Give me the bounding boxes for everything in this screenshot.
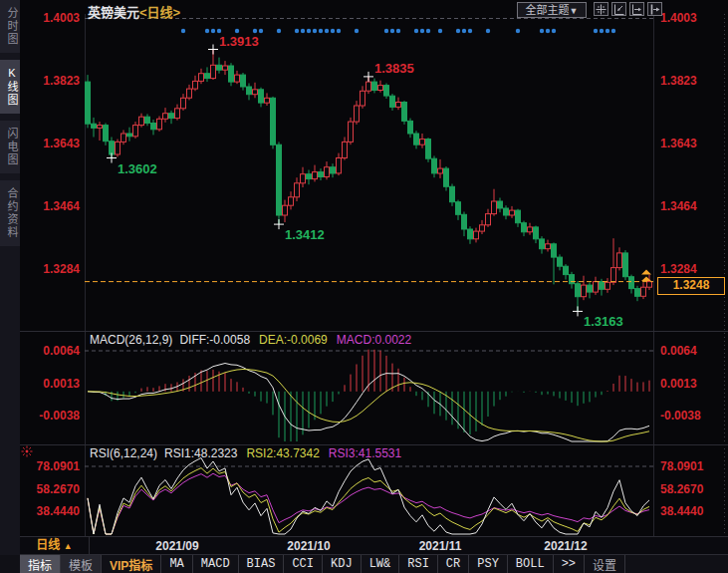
price-axis-label-left: 1.3284 bbox=[18, 262, 80, 276]
candle-body bbox=[229, 66, 234, 82]
price-axis-label-right: 1.4003 bbox=[660, 11, 726, 25]
signal-dot bbox=[552, 29, 556, 33]
rsi-axis-label-left: 58.2670 bbox=[18, 482, 80, 496]
rsi-axis-label-left: 38.4440 bbox=[18, 504, 80, 518]
zoom-x-axis-icon[interactable] bbox=[629, 2, 644, 16]
candle-body bbox=[343, 142, 348, 157]
theme-dropdown[interactable]: 全部主题▼ bbox=[517, 2, 587, 18]
signal-dot bbox=[540, 29, 544, 33]
arrow-up-icon bbox=[641, 270, 651, 275]
signal-dot bbox=[325, 29, 329, 33]
triangle-up-icon: ▲ bbox=[64, 541, 73, 551]
symbol-name: 英镑美元 bbox=[88, 5, 139, 20]
candle-body bbox=[98, 126, 103, 129]
toolbar-item-vip-indicator[interactable]: VIP指标 bbox=[102, 555, 161, 573]
signal-dot bbox=[355, 29, 359, 33]
sidebar-item-contract-info[interactable]: 合约资料 bbox=[0, 180, 20, 246]
chart-canvas[interactable]: 1.39131.38351.36021.34121.3163 bbox=[0, 0, 728, 573]
toolbar-item-indicator[interactable]: 指标 bbox=[20, 555, 61, 573]
sidebar-item-flash[interactable]: 闪电图 bbox=[0, 121, 20, 173]
signal-dot bbox=[420, 29, 424, 33]
toolbar-item-lw[interactable]: LW& bbox=[362, 555, 400, 573]
candle-body bbox=[104, 126, 109, 142]
macd-dea-value: DEA:-0.0069 bbox=[259, 333, 328, 347]
toolbar-item-macd[interactable]: MACD bbox=[193, 555, 239, 573]
candle-body bbox=[283, 205, 288, 215]
toolbar-item-kdj[interactable]: KDJ bbox=[323, 555, 362, 573]
candle-body bbox=[187, 89, 192, 98]
macd-diff-value: DIFF:-0.0058 bbox=[179, 333, 250, 347]
candle-body bbox=[450, 186, 455, 201]
crosshair-icon[interactable] bbox=[594, 2, 608, 16]
macd-axis-label-right: 0.0013 bbox=[660, 377, 726, 391]
candle-body bbox=[635, 289, 640, 297]
candle-body bbox=[127, 134, 132, 137]
candle-body bbox=[277, 144, 282, 215]
candle-body bbox=[623, 253, 628, 277]
rsi2-line bbox=[88, 468, 649, 534]
zoom-y-axis-icon[interactable] bbox=[611, 2, 626, 16]
candle-body bbox=[402, 103, 407, 122]
macd-title: MACD(26,12,9) bbox=[90, 333, 172, 347]
signal-dot bbox=[384, 29, 388, 33]
signal-dot bbox=[546, 29, 550, 33]
price-axis-label-right: 1.3823 bbox=[660, 74, 726, 88]
candle-body bbox=[468, 229, 473, 239]
candle-body bbox=[241, 75, 246, 87]
signal-dot bbox=[611, 29, 615, 33]
candle-body bbox=[361, 91, 365, 106]
price-axis-label-right: 1.3284 bbox=[660, 262, 726, 276]
candle-body bbox=[396, 103, 401, 108]
toolbar-item-more[interactable]: >> bbox=[554, 555, 585, 573]
candle-body bbox=[390, 96, 395, 107]
candle-body bbox=[546, 244, 551, 249]
toolbar-item-psy[interactable]: PSY bbox=[469, 555, 508, 573]
candle-body bbox=[175, 109, 180, 119]
trading-app-window: 1.39131.38351.36021.34121.3163 分时图K线图闪电图… bbox=[0, 0, 728, 573]
candle-body bbox=[600, 282, 605, 290]
candle-body bbox=[133, 126, 138, 137]
signal-dot bbox=[462, 29, 466, 33]
rsi1-value: RSI1:48.2323 bbox=[164, 446, 237, 460]
theme-dropdown-label: 全部主题 bbox=[526, 4, 570, 16]
candle-body bbox=[169, 114, 174, 119]
toolbar-item-cci[interactable]: CCI bbox=[284, 555, 323, 573]
candle-body bbox=[474, 231, 479, 239]
signal-dot bbox=[301, 29, 305, 33]
sidebar-item-timeshare[interactable]: 分时图 bbox=[0, 0, 20, 53]
candle-body bbox=[253, 90, 258, 95]
rsi3-line bbox=[88, 473, 649, 534]
toolbar-item-boll[interactable]: BOLL bbox=[508, 555, 554, 573]
candle-body bbox=[223, 66, 228, 70]
period-label: <日线> bbox=[139, 5, 180, 20]
candle-body bbox=[540, 239, 545, 249]
toolbar-item-settings[interactable]: 设置 bbox=[585, 555, 625, 573]
toolbar-item-rsi[interactable]: RSI bbox=[399, 555, 438, 573]
candle-body bbox=[116, 142, 121, 154]
extreme-price-label: 1.3835 bbox=[374, 61, 414, 76]
signal-dot bbox=[307, 29, 311, 33]
candle-body bbox=[534, 227, 539, 239]
toolbar-item-template[interactable]: 模板 bbox=[61, 555, 102, 573]
candle-body bbox=[295, 183, 300, 197]
period-selector[interactable]: 日线 ▲ bbox=[20, 537, 90, 554]
period-selector-label: 日线 bbox=[36, 538, 60, 552]
pan-right-icon[interactable] bbox=[647, 2, 662, 16]
candle-body bbox=[564, 266, 569, 274]
candle-body bbox=[86, 82, 91, 124]
candle-body bbox=[110, 142, 115, 154]
toolbar-item-ma[interactable]: MA bbox=[161, 555, 192, 573]
candle-body bbox=[641, 287, 646, 296]
signal-dot bbox=[606, 29, 609, 33]
extreme-price-label: 1.3913 bbox=[219, 34, 259, 49]
time-axis-label: 2021/12 bbox=[531, 538, 601, 554]
sidebar-item-kline[interactable]: K线图 bbox=[0, 60, 20, 114]
signal-dot bbox=[594, 29, 598, 33]
candle-body bbox=[492, 201, 497, 214]
indicator-alert-icon[interactable] bbox=[21, 443, 33, 461]
toolbar-item-cr[interactable]: CR bbox=[438, 555, 469, 573]
toolbar-item-bias[interactable]: BIAS bbox=[239, 555, 285, 573]
signal-dot bbox=[319, 29, 323, 33]
candle-body bbox=[528, 227, 533, 232]
candle-body bbox=[456, 202, 461, 215]
